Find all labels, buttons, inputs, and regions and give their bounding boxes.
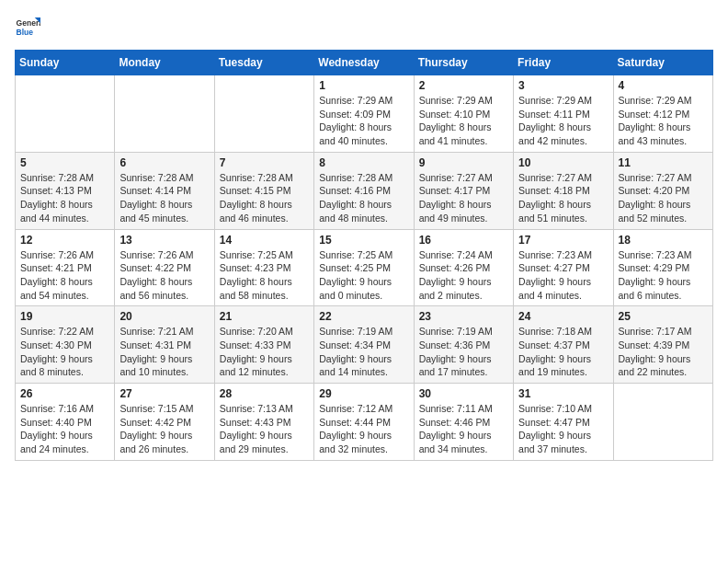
day-info: Sunrise: 7:15 AM Sunset: 4:42 PM Dayligh… bbox=[119, 402, 209, 456]
calendar-cell: 16Sunrise: 7:24 AM Sunset: 4:26 PM Dayli… bbox=[414, 229, 513, 306]
day-number: 13 bbox=[119, 234, 209, 247]
calendar-cell: 7Sunrise: 7:28 AM Sunset: 4:15 PM Daylig… bbox=[214, 152, 313, 229]
day-number: 16 bbox=[419, 234, 508, 247]
day-number: 17 bbox=[518, 234, 608, 247]
day-info: Sunrise: 7:11 AM Sunset: 4:46 PM Dayligh… bbox=[419, 402, 508, 456]
calendar-cell: 25Sunrise: 7:17 AM Sunset: 4:39 PM Dayli… bbox=[613, 306, 712, 384]
calendar-cell: 21Sunrise: 7:20 AM Sunset: 4:33 PM Dayli… bbox=[214, 306, 313, 384]
day-info: Sunrise: 7:23 AM Sunset: 4:27 PM Dayligh… bbox=[518, 248, 608, 303]
day-info: Sunrise: 7:29 AM Sunset: 4:12 PM Dayligh… bbox=[619, 94, 708, 148]
calendar-cell: 5Sunrise: 7:28 AM Sunset: 4:13 PM Daylig… bbox=[16, 152, 115, 229]
calendar-cell: 23Sunrise: 7:19 AM Sunset: 4:36 PM Dayli… bbox=[414, 306, 513, 384]
day-info: Sunrise: 7:25 AM Sunset: 4:25 PM Dayligh… bbox=[319, 248, 408, 303]
day-number: 4 bbox=[619, 79, 708, 92]
day-info: Sunrise: 7:29 AM Sunset: 4:10 PM Dayligh… bbox=[419, 94, 508, 148]
day-number: 31 bbox=[518, 387, 608, 400]
day-info: Sunrise: 7:10 AM Sunset: 4:47 PM Dayligh… bbox=[518, 402, 608, 456]
calendar-cell bbox=[613, 384, 712, 461]
day-number: 18 bbox=[619, 234, 708, 247]
calendar-cell bbox=[115, 75, 214, 153]
day-info: Sunrise: 7:28 AM Sunset: 4:13 PM Dayligh… bbox=[20, 171, 109, 225]
calendar-cell: 22Sunrise: 7:19 AM Sunset: 4:34 PM Dayli… bbox=[314, 306, 414, 384]
day-info: Sunrise: 7:24 AM Sunset: 4:26 PM Dayligh… bbox=[419, 248, 508, 303]
day-number: 11 bbox=[619, 156, 708, 169]
day-info: Sunrise: 7:27 AM Sunset: 4:20 PM Dayligh… bbox=[619, 171, 708, 225]
day-info: Sunrise: 7:22 AM Sunset: 4:30 PM Dayligh… bbox=[20, 325, 109, 379]
logo: General Blue bbox=[15, 15, 40, 40]
day-info: Sunrise: 7:21 AM Sunset: 4:31 PM Dayligh… bbox=[119, 325, 209, 379]
day-info: Sunrise: 7:23 AM Sunset: 4:29 PM Dayligh… bbox=[619, 248, 708, 303]
calendar-cell: 15Sunrise: 7:25 AM Sunset: 4:25 PM Dayli… bbox=[314, 229, 414, 306]
calendar-cell: 19Sunrise: 7:22 AM Sunset: 4:30 PM Dayli… bbox=[16, 306, 115, 384]
calendar-header-row: SundayMondayTuesdayWednesdayThursdayFrid… bbox=[16, 51, 713, 75]
calendar-cell: 10Sunrise: 7:27 AM Sunset: 4:18 PM Dayli… bbox=[514, 152, 613, 229]
day-info: Sunrise: 7:16 AM Sunset: 4:40 PM Dayligh… bbox=[20, 402, 109, 456]
day-info: Sunrise: 7:29 AM Sunset: 4:09 PM Dayligh… bbox=[319, 94, 408, 148]
calendar-week-row: 1Sunrise: 7:29 AM Sunset: 4:09 PM Daylig… bbox=[16, 75, 713, 153]
day-info: Sunrise: 7:18 AM Sunset: 4:37 PM Dayligh… bbox=[518, 325, 608, 379]
day-number: 25 bbox=[619, 310, 708, 323]
day-number: 28 bbox=[220, 387, 309, 400]
calendar-cell: 8Sunrise: 7:28 AM Sunset: 4:16 PM Daylig… bbox=[314, 152, 414, 229]
day-number: 20 bbox=[119, 310, 209, 323]
calendar-cell: 17Sunrise: 7:23 AM Sunset: 4:27 PM Dayli… bbox=[514, 229, 613, 306]
calendar-week-row: 5Sunrise: 7:28 AM Sunset: 4:13 PM Daylig… bbox=[16, 152, 713, 229]
calendar-cell: 12Sunrise: 7:26 AM Sunset: 4:21 PM Dayli… bbox=[16, 229, 115, 306]
day-number: 6 bbox=[119, 156, 209, 169]
day-of-week-header: Monday bbox=[115, 51, 214, 75]
day-of-week-header: Sunday bbox=[16, 51, 115, 75]
calendar-cell: 20Sunrise: 7:21 AM Sunset: 4:31 PM Dayli… bbox=[115, 306, 214, 384]
day-number: 9 bbox=[419, 156, 508, 169]
day-info: Sunrise: 7:13 AM Sunset: 4:43 PM Dayligh… bbox=[220, 402, 309, 456]
day-number: 26 bbox=[20, 387, 109, 400]
day-number: 23 bbox=[419, 310, 508, 323]
calendar-cell: 4Sunrise: 7:29 AM Sunset: 4:12 PM Daylig… bbox=[613, 75, 712, 153]
page-header: General Blue bbox=[15, 15, 713, 40]
calendar-body: 1Sunrise: 7:29 AM Sunset: 4:09 PM Daylig… bbox=[16, 75, 713, 461]
calendar-table: SundayMondayTuesdayWednesdayThursdayFrid… bbox=[15, 50, 713, 461]
day-number: 10 bbox=[518, 156, 608, 169]
calendar-cell: 27Sunrise: 7:15 AM Sunset: 4:42 PM Dayli… bbox=[115, 384, 214, 461]
calendar-cell: 11Sunrise: 7:27 AM Sunset: 4:20 PM Dayli… bbox=[613, 152, 712, 229]
day-info: Sunrise: 7:17 AM Sunset: 4:39 PM Dayligh… bbox=[619, 325, 708, 379]
day-number: 8 bbox=[319, 156, 408, 169]
calendar-cell: 24Sunrise: 7:18 AM Sunset: 4:37 PM Dayli… bbox=[514, 306, 613, 384]
day-of-week-header: Friday bbox=[514, 51, 613, 75]
day-info: Sunrise: 7:27 AM Sunset: 4:18 PM Dayligh… bbox=[518, 171, 608, 225]
day-info: Sunrise: 7:12 AM Sunset: 4:44 PM Dayligh… bbox=[319, 402, 408, 456]
day-info: Sunrise: 7:26 AM Sunset: 4:21 PM Dayligh… bbox=[20, 248, 109, 303]
day-info: Sunrise: 7:28 AM Sunset: 4:16 PM Dayligh… bbox=[319, 171, 408, 225]
calendar-cell: 13Sunrise: 7:26 AM Sunset: 4:22 PM Dayli… bbox=[115, 229, 214, 306]
calendar-week-row: 26Sunrise: 7:16 AM Sunset: 4:40 PM Dayli… bbox=[16, 384, 713, 461]
day-number: 21 bbox=[220, 310, 309, 323]
day-info: Sunrise: 7:20 AM Sunset: 4:33 PM Dayligh… bbox=[220, 325, 309, 379]
day-number: 7 bbox=[220, 156, 309, 169]
day-of-week-header: Thursday bbox=[414, 51, 513, 75]
day-number: 24 bbox=[518, 310, 608, 323]
day-number: 2 bbox=[419, 79, 508, 92]
calendar-cell bbox=[16, 75, 115, 153]
day-number: 19 bbox=[20, 310, 109, 323]
calendar-cell bbox=[214, 75, 313, 153]
day-info: Sunrise: 7:29 AM Sunset: 4:11 PM Dayligh… bbox=[518, 94, 608, 148]
day-number: 30 bbox=[419, 387, 508, 400]
logo-icon: General Blue bbox=[15, 15, 40, 40]
day-number: 29 bbox=[319, 387, 408, 400]
day-info: Sunrise: 7:19 AM Sunset: 4:34 PM Dayligh… bbox=[319, 325, 408, 379]
day-number: 22 bbox=[319, 310, 408, 323]
calendar-cell: 28Sunrise: 7:13 AM Sunset: 4:43 PM Dayli… bbox=[214, 384, 313, 461]
calendar-cell: 26Sunrise: 7:16 AM Sunset: 4:40 PM Dayli… bbox=[16, 384, 115, 461]
day-of-week-header: Wednesday bbox=[314, 51, 414, 75]
svg-text:General: General bbox=[17, 18, 40, 28]
day-of-week-header: Tuesday bbox=[214, 51, 313, 75]
day-info: Sunrise: 7:26 AM Sunset: 4:22 PM Dayligh… bbox=[119, 248, 209, 303]
day-number: 27 bbox=[119, 387, 209, 400]
svg-text:Blue: Blue bbox=[17, 28, 34, 37]
calendar-cell: 14Sunrise: 7:25 AM Sunset: 4:23 PM Dayli… bbox=[214, 229, 313, 306]
calendar-cell: 9Sunrise: 7:27 AM Sunset: 4:17 PM Daylig… bbox=[414, 152, 513, 229]
calendar-week-row: 19Sunrise: 7:22 AM Sunset: 4:30 PM Dayli… bbox=[16, 306, 713, 384]
calendar-cell: 31Sunrise: 7:10 AM Sunset: 4:47 PM Dayli… bbox=[514, 384, 613, 461]
day-info: Sunrise: 7:19 AM Sunset: 4:36 PM Dayligh… bbox=[419, 325, 508, 379]
day-number: 14 bbox=[220, 234, 309, 247]
calendar-cell: 2Sunrise: 7:29 AM Sunset: 4:10 PM Daylig… bbox=[414, 75, 513, 153]
